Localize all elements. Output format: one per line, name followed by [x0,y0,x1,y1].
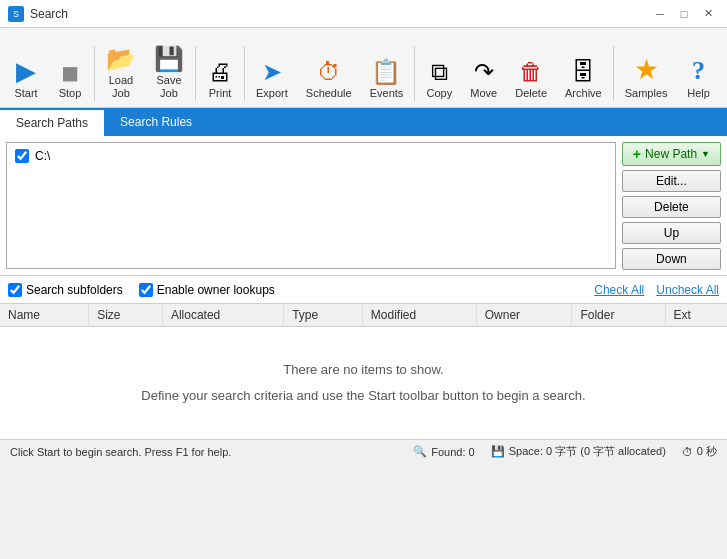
separator-5 [613,46,614,101]
print-button[interactable]: 🖨 Print [198,37,242,107]
window-title: Search [30,7,68,21]
titlebar-controls: ─ □ ✕ [649,5,719,23]
col-size: Size [89,304,163,327]
move-icon: ↷ [474,60,494,84]
statusbar-right: 🔍 Found: 0 💾 Space: 0 字节 (0 字节 allocated… [413,444,717,459]
found-icon: 🔍 [413,445,427,458]
save-job-button[interactable]: 💾 SaveJob [145,37,193,107]
uncheck-all-button[interactable]: Uncheck All [656,283,719,297]
move-label: Move [470,87,497,100]
samples-label: Samples [625,87,668,100]
samples-button[interactable]: ★ Samples [616,37,677,107]
time-item: ⏱ 0 秒 [682,444,717,459]
enable-owner-option[interactable]: Enable owner lookups [139,283,275,297]
separator-4 [414,46,415,101]
paths-buttons: + New Path ▼ Edit... Delete Up Down [622,142,721,269]
table-header-row: Name Size Allocated Type Modified Owner … [0,304,727,327]
col-modified: Modified [362,304,476,327]
archive-icon: 🗄 [571,60,595,84]
separator-1 [94,46,95,101]
tab-search-rules[interactable]: Search Rules [104,108,208,136]
col-folder: Folder [572,304,665,327]
col-ext: Ext [665,304,727,327]
search-subfolders-checkbox[interactable] [8,283,22,297]
start-icon: ▶ [16,58,36,84]
print-label: Print [209,87,232,100]
help-button[interactable]: ? Help [677,37,721,107]
down-button[interactable]: Down [622,248,721,270]
search-subfolders-label: Search subfolders [26,283,123,297]
delete-label: Delete [515,87,547,100]
separator-2 [195,46,196,101]
archive-button[interactable]: 🗄 Archive [556,37,611,107]
found-item: 🔍 Found: 0 [413,445,474,458]
close-button[interactable]: ✕ [697,5,719,23]
options-bar: Search subfolders Enable owner lookups C… [0,276,727,304]
maximize-button[interactable]: □ [673,5,695,23]
start-button[interactable]: ▶ Start [4,37,48,107]
paths-list: C:\ [6,142,616,269]
schedule-button[interactable]: ⏱ Schedule [297,37,361,107]
path-item: C:\ [11,147,611,165]
new-path-label: New Path [645,147,697,161]
col-allocated: Allocated [162,304,283,327]
samples-icon: ★ [634,56,659,84]
found-label: Found: 0 [431,446,474,458]
content-area: C:\ + New Path ▼ Edit... Delete Up Down … [0,136,727,439]
help-label: Help [687,87,710,100]
enable-owner-checkbox[interactable] [139,283,153,297]
load-job-icon: 📂 [106,47,136,71]
space-label: Space: 0 字节 (0 字节 allocated) [509,444,666,459]
stop-button[interactable]: ◼ Stop [48,37,92,107]
enable-owner-label: Enable owner lookups [157,283,275,297]
path-checkbox[interactable] [15,149,29,163]
export-button[interactable]: ➤ Export [247,37,297,107]
tab-bar: Search Paths Search Rules [0,108,727,136]
export-label: Export [256,87,288,100]
col-name: Name [0,304,89,327]
edit-button[interactable]: Edit... [622,170,721,192]
up-button[interactable]: Up [622,222,721,244]
copy-label: Copy [426,87,452,100]
tab-search-paths[interactable]: Search Paths [0,108,104,136]
no-items-message: There are no items to show. Define your … [0,327,727,439]
save-job-icon: 💾 [154,47,184,71]
move-button[interactable]: ↷ Move [461,37,506,107]
plus-icon: + [633,146,641,162]
delete-path-button[interactable]: Delete [622,196,721,218]
check-all-button[interactable]: Check All [594,283,644,297]
load-job-button[interactable]: 📂 LoadJob [97,37,145,107]
results-table: Name Size Allocated Type Modified Owner … [0,304,727,327]
minimize-button[interactable]: ─ [649,5,671,23]
status-bar: Click Start to begin search. Press F1 fo… [0,439,727,463]
new-path-button[interactable]: + New Path ▼ [622,142,721,166]
time-label: 0 秒 [697,444,717,459]
help-icon: ? [692,58,705,84]
events-icon: 📋 [371,60,401,84]
toolbar: ▶ Start ◼ Stop 📂 LoadJob 💾 SaveJob 🖨 Pri… [0,28,727,108]
stop-label: Stop [59,87,82,100]
path-value: C:\ [35,149,50,163]
titlebar-left: S Search [8,6,68,22]
delete-icon: 🗑 [519,60,543,84]
copy-icon: ⧉ [431,60,448,84]
options-right: Check All Uncheck All [594,283,719,297]
delete-button[interactable]: 🗑 Delete [506,37,556,107]
schedule-label: Schedule [306,87,352,100]
title-bar: S Search ─ □ ✕ [0,0,727,28]
paths-panel: C:\ + New Path ▼ Edit... Delete Up Down [0,136,727,276]
start-label: Start [14,87,37,100]
no-items-line2: Define your search criteria and use the … [20,383,707,409]
copy-button[interactable]: ⧉ Copy [417,37,461,107]
events-button[interactable]: 📋 Events [361,37,413,107]
export-icon: ➤ [262,60,282,84]
events-label: Events [370,87,404,100]
search-subfolders-option[interactable]: Search subfolders [8,283,123,297]
schedule-icon: ⏱ [317,60,341,84]
app-icon: S [8,6,24,22]
dropdown-icon: ▼ [701,149,710,159]
no-items-line1: There are no items to show. [20,357,707,383]
save-job-label: SaveJob [156,74,181,100]
results-table-container: Name Size Allocated Type Modified Owner … [0,304,727,439]
col-owner: Owner [476,304,572,327]
